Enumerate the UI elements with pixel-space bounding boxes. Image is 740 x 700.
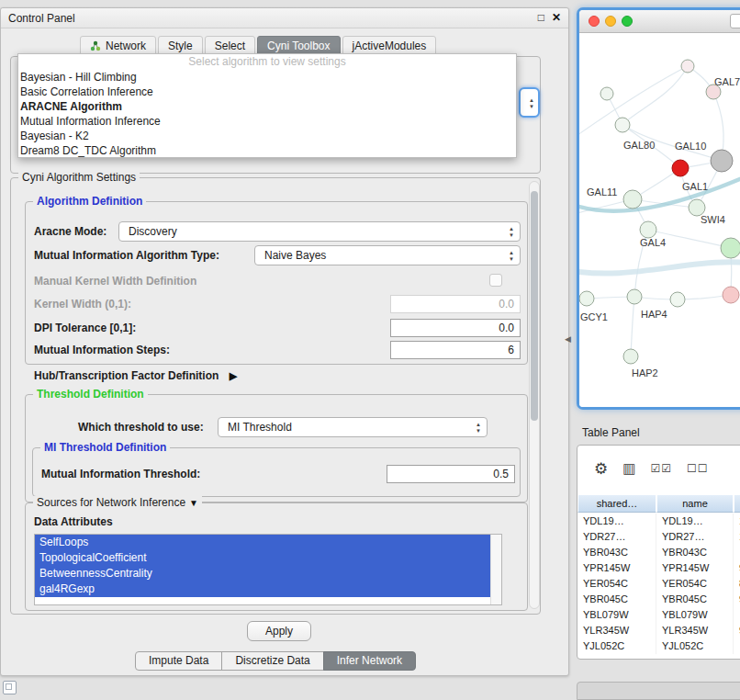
network-node[interactable] xyxy=(711,150,733,172)
kernel-width-input[interactable]: 0.0 xyxy=(390,295,521,313)
table-cell[interactable]: YDR27… xyxy=(577,529,656,545)
tab-discretize-data[interactable]: Discretize Data xyxy=(221,651,323,671)
mi-steps-input[interactable]: 6 xyxy=(390,341,521,359)
table-cell[interactable]: YBR043C xyxy=(577,545,656,560)
table-cell[interactable]: YBR045C xyxy=(577,592,656,607)
network-node[interactable] xyxy=(681,60,694,73)
table-cell[interactable] xyxy=(734,545,740,560)
table-cell[interactable]: YJL052C xyxy=(656,638,734,654)
network-node[interactable] xyxy=(623,190,642,209)
sources-title-row[interactable]: Sources for Network Inference xyxy=(33,496,202,509)
tab-infer-network[interactable]: Infer Network xyxy=(323,651,416,671)
table-cell[interactable]: YBR043C xyxy=(656,545,734,560)
tab-impute-data[interactable]: Impute Data xyxy=(135,651,222,671)
table-cell[interactable] xyxy=(734,607,740,623)
deselect-all-columns-icon[interactable]: ☐☐ xyxy=(687,462,709,475)
attribute-list-item[interactable]: TopologicalCoefficient xyxy=(35,550,490,566)
collapsed-panel-bar[interactable] xyxy=(577,682,740,700)
network-node[interactable] xyxy=(600,87,613,100)
network-node[interactable] xyxy=(670,292,685,307)
attribute-list-item[interactable]: SelfLoops xyxy=(35,535,490,550)
network-edge[interactable] xyxy=(579,66,688,141)
network-node[interactable] xyxy=(721,238,740,258)
network-node[interactable] xyxy=(615,118,630,132)
network-node[interactable] xyxy=(640,221,656,238)
algorithm-option[interactable]: Bayesian - Hill Climbing xyxy=(18,70,516,85)
restore-panel-icon[interactable] xyxy=(3,681,17,694)
network-edge[interactable] xyxy=(622,66,688,125)
table-cell[interactable]: YER054C xyxy=(577,576,656,592)
attributes-list-scrollbar[interactable] xyxy=(490,535,501,604)
table-cell[interactable]: YBL079W xyxy=(577,607,656,623)
table-cell[interactable]: YDL19… xyxy=(577,514,656,529)
table-cell[interactable]: 13 xyxy=(734,514,740,529)
table-row[interactable]: YBR043CYBR043C xyxy=(577,545,740,560)
attribute-list-item[interactable]: BetweennessCentrality xyxy=(35,566,490,581)
select-all-columns-icon[interactable]: ☑☑ xyxy=(650,462,672,475)
algorithm-option[interactable]: ARACNE Algorithm xyxy=(18,99,516,114)
aracne-mode-select[interactable]: Discovery xyxy=(118,221,521,242)
network-node[interactable] xyxy=(627,289,642,304)
algorithm-option[interactable]: Bayesian - K2 xyxy=(18,129,516,143)
network-edge[interactable] xyxy=(631,297,634,356)
table-cell[interactable]: 9. xyxy=(734,592,740,607)
zoom-window-icon[interactable] xyxy=(622,16,633,27)
network-node[interactable] xyxy=(579,291,594,306)
table-cell[interactable]: YPR145W xyxy=(656,560,734,576)
show-columns-icon[interactable]: ▥ xyxy=(622,460,635,477)
mi-threshold-input[interactable]: 0.5 xyxy=(387,465,515,483)
column-header-shared-name[interactable]: shared… xyxy=(577,494,656,513)
table-row[interactable]: YJL052CYJL052C xyxy=(577,638,740,654)
table-settings-gear-icon[interactable]: ⚙ xyxy=(594,459,608,479)
table-cell[interactable] xyxy=(734,638,740,654)
table-row[interactable]: YBL079WYBL079W xyxy=(577,607,740,623)
table-cell[interactable]: YDL19… xyxy=(656,514,734,529)
splitter-handle-icon[interactable] xyxy=(565,334,571,344)
network-node[interactable] xyxy=(672,160,689,176)
table-cell[interactable]: 9. xyxy=(734,560,740,576)
close-window-icon[interactable] xyxy=(589,16,600,27)
minimize-window-icon[interactable] xyxy=(605,16,616,27)
column-header-partial[interactable] xyxy=(734,494,740,513)
table-cell[interactable]: 8. xyxy=(734,576,740,592)
table-row[interactable]: YBR045CYBR045C9. xyxy=(577,592,740,607)
settings-scrollbar[interactable] xyxy=(529,181,540,609)
algorithm-combobox-button[interactable] xyxy=(519,87,540,118)
table-cell[interactable]: YLR345W xyxy=(577,623,656,638)
apply-button[interactable]: Apply xyxy=(247,621,311,641)
network-node[interactable] xyxy=(623,349,638,364)
close-panel-icon[interactable]: ✕ xyxy=(552,11,561,24)
network-window-titlebar[interactable] xyxy=(579,10,740,33)
algorithm-option[interactable]: Dream8 DC_TDC Algorithm xyxy=(18,143,516,158)
table-cell[interactable]: YBR045C xyxy=(656,592,734,607)
network-graph[interactable]: GAL7GAL80GAL10GAL11GAL1SWI4GAL4GCY1HAP4H… xyxy=(579,33,740,407)
table-row[interactable]: YDL19…YDL19…13 xyxy=(577,514,740,529)
which-threshold-select[interactable]: MI Threshold xyxy=(218,417,488,437)
scrollbar-thumb[interactable] xyxy=(531,191,538,421)
table-row[interactable]: YPR145WYPR145W9. xyxy=(577,560,740,576)
table-cell[interactable]: 12 xyxy=(734,529,740,545)
network-canvas[interactable]: GAL7GAL80GAL10GAL11GAL1SWI4GAL4GCY1HAP4H… xyxy=(579,33,740,407)
algorithm-option[interactable]: Mutual Information Inference xyxy=(18,114,516,129)
network-edge[interactable] xyxy=(579,262,740,273)
table-row[interactable]: YLR345WYLR345W9. xyxy=(577,623,740,638)
table-row[interactable]: YER054CYER054C8. xyxy=(577,576,740,592)
algorithm-option[interactable]: Basic Correlation Inference xyxy=(18,85,516,99)
table-cell[interactable]: YER054C xyxy=(656,576,734,592)
table-row[interactable]: YDR27…YDR27…12 xyxy=(577,529,740,545)
table-cell[interactable]: YLR345W xyxy=(656,623,734,638)
table-cell[interactable]: YDR27… xyxy=(656,529,734,545)
attribute-list-item[interactable]: gal4RGexp xyxy=(35,581,490,597)
manual-kernel-checkbox[interactable] xyxy=(489,274,502,287)
table-cell[interactable]: YBL079W xyxy=(656,607,734,623)
data-attributes-list[interactable]: SelfLoopsTopologicalCoefficientBetweenne… xyxy=(34,534,502,605)
table-cell[interactable]: YPR145W xyxy=(577,560,656,576)
table-cell[interactable]: 9. xyxy=(734,623,740,638)
mi-type-select[interactable]: Naive Bayes xyxy=(254,245,521,265)
column-header-name[interactable]: name xyxy=(656,494,734,513)
dpi-tolerance-input[interactable]: 0.0 xyxy=(390,319,521,337)
table-cell[interactable]: YJL052C xyxy=(577,638,656,654)
network-node[interactable] xyxy=(723,287,739,303)
float-panel-icon[interactable]: □ xyxy=(538,11,544,24)
hub-definition-expander[interactable]: Hub/Transcription Factor Definition xyxy=(34,369,237,382)
